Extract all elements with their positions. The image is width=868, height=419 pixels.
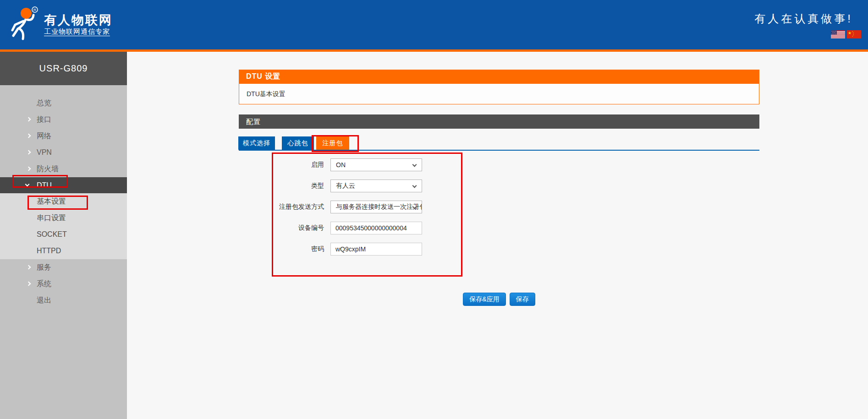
tab-underline — [239, 150, 759, 151]
tab-bar: 模式选择 心跳包 注册包 — [238, 136, 349, 150]
send-mode-select[interactable]: 与服务器连接时发送一次注册包 — [330, 201, 422, 213]
enable-label: 启用 — [239, 161, 324, 169]
form-row-type: 类型 有人云 — [239, 175, 560, 196]
us-flag-icon[interactable]: ★★★ ★★ ★★★ — [831, 30, 845, 38]
chevron-down-icon — [25, 182, 30, 187]
tab-mode-select[interactable]: 模式选择 — [238, 136, 275, 150]
device-name: USR-G809 — [39, 63, 88, 74]
chevron-right-icon — [27, 282, 31, 286]
sidebar-item-httpd[interactable]: HTTPD — [0, 243, 127, 259]
brand-title: 有人物联网 — [44, 12, 113, 28]
device-id-label: 设备编号 — [239, 224, 324, 232]
sidebar-item-dtu[interactable]: DTU — [0, 177, 127, 193]
type-label: 类型 — [239, 182, 324, 190]
usr-logo-icon: R — [8, 5, 38, 44]
header-bar: R 有人物联网 工业物联网通信专家 有人在认真做事! ★★★ ★★ ★★★ — [0, 0, 868, 49]
sidebar: USR-G809 总览 接口 网络 VPN 防火墙 — [0, 52, 127, 419]
chevron-right-icon — [27, 117, 31, 122]
cn-flag-icon[interactable]: ★ ★★★★ — [847, 30, 861, 38]
select-chevron-icon — [412, 184, 417, 188]
tab-heartbeat-packet[interactable]: 心跳包 — [282, 136, 314, 150]
sidebar-item-system[interactable]: 系统 — [0, 276, 127, 292]
page-title: DTU 设置 — [239, 70, 759, 83]
config-section-title: 配置 — [239, 114, 759, 129]
dtu-submenu: 基本设置 串口设置 SOCKET HTTPD — [0, 193, 127, 259]
sidebar-item-network[interactable]: 网络 — [0, 128, 127, 144]
sidebar-item-logout[interactable]: 退出 — [0, 292, 127, 309]
sidebar-item-serial-settings[interactable]: 串口设置 — [0, 210, 127, 226]
save-apply-button[interactable]: 保存&应用 — [463, 293, 505, 306]
header-slogan: 有人在认真做事! — [754, 11, 853, 26]
sidebar-item-vpn[interactable]: VPN — [0, 144, 127, 161]
form-actions: 保存&应用 保存 — [239, 293, 759, 306]
sidebar-item-overview[interactable]: 总览 — [0, 95, 127, 111]
password-input[interactable] — [330, 243, 422, 256]
registration-packet-form: 启用 ON 类型 有人云 注册包发送方式 与服务器连接时发送一次注册包 设备编号 — [239, 154, 560, 260]
sidebar-item-firewall[interactable]: 防火墙 — [0, 161, 127, 177]
chevron-right-icon — [27, 265, 31, 270]
sidebar-item-interface[interactable]: 接口 — [0, 111, 127, 128]
type-select[interactable]: 有人云 — [330, 180, 422, 192]
sidebar-item-services[interactable]: 服务 — [0, 259, 127, 276]
form-row-device-id: 设备编号 — [239, 218, 560, 239]
sidebar-menu: 总览 接口 网络 VPN 防火墙 DTU — [0, 95, 127, 309]
svg-text:R: R — [33, 8, 36, 12]
password-label: 密码 — [239, 245, 324, 253]
device-id-input[interactable] — [330, 222, 422, 234]
language-switcher: ★★★ ★★ ★★★ ★ ★★★★ — [831, 30, 861, 38]
device-name-header: USR-G809 — [0, 52, 127, 85]
send-mode-label: 注册包发送方式 — [239, 203, 324, 211]
save-button[interactable]: 保存 — [510, 293, 535, 306]
sidebar-item-basic-settings[interactable]: 基本设置 — [0, 193, 127, 210]
form-row-password: 密码 — [239, 239, 560, 260]
sidebar-item-socket[interactable]: SOCKET — [0, 226, 127, 243]
chevron-right-icon — [27, 134, 31, 138]
svg-text:★: ★ — [848, 31, 852, 35]
form-row-send-mode: 注册包发送方式 与服务器连接时发送一次注册包 — [239, 196, 560, 218]
chevron-right-icon — [27, 167, 31, 171]
header-accent-strip — [0, 49, 868, 52]
enable-select[interactable]: ON — [330, 158, 422, 171]
page-subtitle: DTU基本设置 — [239, 83, 759, 104]
tab-registration-packet[interactable]: 注册包 — [316, 136, 349, 150]
page: R 有人物联网 工业物联网通信专家 有人在认真做事! ★★★ ★★ ★★★ — [0, 0, 868, 419]
brand-subtitle: 工业物联网通信专家 — [44, 27, 110, 36]
chevron-right-icon — [27, 150, 31, 155]
svg-text:★: ★ — [852, 35, 853, 37]
select-chevron-icon — [412, 163, 417, 167]
form-row-enable: 启用 ON — [239, 154, 560, 175]
